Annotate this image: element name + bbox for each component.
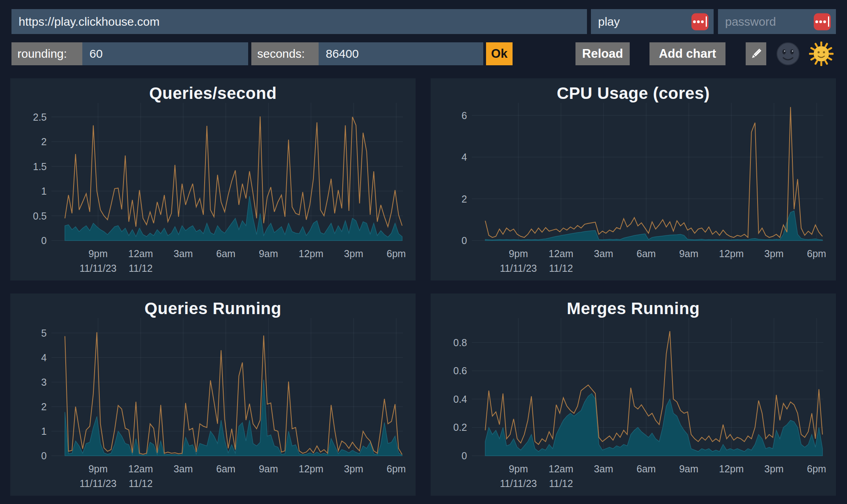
svg-text:12pm: 12pm — [719, 248, 744, 259]
new-moon-face-icon — [776, 42, 800, 66]
svg-text:3: 3 — [41, 377, 47, 388]
svg-text:0.8: 0.8 — [453, 337, 467, 348]
add-chart-button[interactable]: Add chart — [649, 42, 725, 65]
dot-icon — [697, 20, 700, 23]
svg-text:9am: 9am — [259, 463, 278, 474]
svg-text:11/11/23: 11/11/23 — [80, 263, 117, 274]
svg-text:0: 0 — [41, 235, 47, 246]
sun-with-face-icon — [809, 42, 834, 66]
svg-text:0: 0 — [461, 235, 467, 246]
chart-panel-queries-running: Queries Running 0123459pm11/11/2312am11/… — [10, 294, 416, 496]
svg-text:3pm: 3pm — [764, 248, 784, 259]
svg-text:9pm: 9pm — [509, 248, 528, 259]
caret-icon — [706, 17, 707, 27]
dot-icon — [701, 20, 704, 23]
rounding-input[interactable] — [82, 42, 248, 65]
svg-text:0.4: 0.4 — [453, 394, 467, 405]
edit-dashboard-button[interactable] — [746, 42, 766, 65]
svg-text:9pm: 9pm — [88, 248, 108, 259]
pencil-icon — [749, 47, 763, 61]
svg-text:6am: 6am — [216, 463, 235, 474]
seconds-label: seconds: — [251, 42, 319, 65]
svg-text:9pm: 9pm — [509, 463, 528, 474]
caret-icon — [828, 17, 829, 27]
svg-text:0.6: 0.6 — [453, 365, 467, 376]
clickhouse-dashboard: { "toolbar": { "url": { "value": "https:… — [0, 0, 847, 504]
svg-text:12am: 12am — [549, 463, 574, 474]
svg-text:3pm: 3pm — [344, 463, 363, 474]
svg-text:5: 5 — [41, 328, 47, 339]
password-manager-autofill-icon[interactable] — [691, 13, 708, 30]
queries-running-chart[interactable]: 0123459pm11/11/2312am11/123am6am9am12pm3… — [10, 294, 416, 496]
svg-text:4: 4 — [41, 352, 47, 363]
dot-icon — [819, 20, 822, 23]
svg-text:0.2: 0.2 — [453, 422, 467, 433]
merges-running-chart[interactable]: 00.20.40.60.89pm11/11/2312am11/123am6am9… — [431, 294, 836, 496]
light-theme-toggle[interactable] — [809, 42, 834, 66]
svg-text:3pm: 3pm — [764, 463, 784, 474]
svg-text:2: 2 — [41, 136, 47, 147]
svg-text:12pm: 12pm — [299, 248, 324, 259]
svg-text:6pm: 6pm — [387, 463, 406, 474]
svg-text:11/12: 11/12 — [549, 478, 573, 489]
svg-text:11/11/23: 11/11/23 — [500, 263, 537, 274]
dark-theme-toggle[interactable] — [776, 42, 800, 66]
svg-text:0: 0 — [461, 450, 467, 461]
svg-text:0.5: 0.5 — [33, 210, 47, 222]
svg-text:9am: 9am — [679, 248, 699, 259]
dot-icon — [693, 20, 696, 23]
svg-text:6pm: 6pm — [807, 248, 826, 259]
svg-text:1: 1 — [41, 186, 47, 197]
svg-text:4: 4 — [461, 152, 467, 163]
svg-text:9am: 9am — [679, 463, 699, 474]
svg-text:9pm: 9pm — [88, 463, 108, 474]
svg-text:3am: 3am — [174, 248, 193, 259]
svg-text:3am: 3am — [174, 463, 193, 474]
chart-panel-merges-running: Merges Running 00.20.40.60.89pm11/11/231… — [431, 294, 836, 496]
svg-text:6am: 6am — [216, 248, 235, 259]
svg-text:6am: 6am — [636, 463, 656, 474]
url-input[interactable] — [11, 9, 587, 34]
url-field — [11, 9, 587, 34]
dot-icon — [823, 20, 826, 23]
svg-text:12pm: 12pm — [719, 463, 744, 474]
svg-text:3am: 3am — [594, 463, 613, 474]
cpu-usage-chart[interactable]: 02469pm11/11/2312am11/123am6am9am12pm3pm… — [431, 78, 836, 280]
svg-text:1: 1 — [41, 426, 47, 437]
queries-per-second-chart[interactable]: 00.511.522.59pm11/11/2312am11/123am6am9a… — [10, 78, 416, 280]
svg-text:11/12: 11/12 — [129, 478, 153, 489]
svg-text:12am: 12am — [128, 463, 153, 474]
dot-icon — [815, 20, 818, 23]
svg-text:6am: 6am — [636, 248, 656, 259]
svg-text:9am: 9am — [259, 248, 278, 259]
reload-button[interactable]: Reload — [575, 42, 630, 65]
svg-text:12pm: 12pm — [299, 463, 324, 474]
ok-button[interactable]: Ok — [486, 42, 513, 65]
chart-panel-queries-per-second: Queries/second 00.511.522.59pm11/11/2312… — [10, 78, 416, 280]
chart-panel-cpu-usage: CPU Usage (cores) 02469pm11/11/2312am11/… — [431, 78, 836, 280]
svg-text:2: 2 — [41, 401, 47, 412]
svg-text:2.5: 2.5 — [33, 112, 47, 123]
svg-text:11/11/23: 11/11/23 — [500, 478, 537, 489]
password-field — [718, 9, 836, 34]
svg-text:11/12: 11/12 — [549, 263, 573, 274]
svg-text:12am: 12am — [128, 248, 153, 259]
password-manager-autofill-icon[interactable] — [814, 13, 831, 30]
svg-text:2: 2 — [461, 193, 467, 205]
rounding-label: rounding: — [11, 42, 82, 65]
svg-text:0: 0 — [41, 450, 47, 461]
svg-text:1.5: 1.5 — [33, 161, 47, 172]
svg-text:3am: 3am — [594, 248, 613, 259]
svg-text:6pm: 6pm — [387, 248, 406, 259]
user-field — [591, 9, 714, 34]
svg-text:12am: 12am — [549, 248, 574, 259]
seconds-input[interactable] — [319, 42, 483, 65]
svg-text:11/12: 11/12 — [129, 263, 153, 274]
svg-text:3pm: 3pm — [344, 248, 363, 259]
svg-text:11/11/23: 11/11/23 — [80, 478, 117, 489]
svg-text:6: 6 — [461, 110, 467, 121]
svg-text:6pm: 6pm — [807, 463, 826, 474]
